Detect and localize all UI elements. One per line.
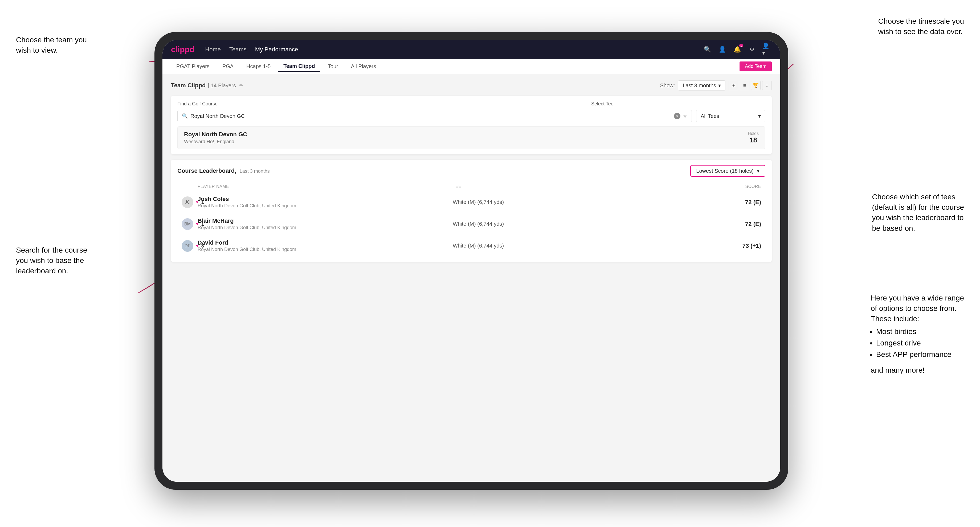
subnav-all-players[interactable]: All Players xyxy=(346,61,381,71)
search-star-icon[interactable]: ★ xyxy=(682,113,687,119)
leaderboard-title: Course Leaderboard, xyxy=(177,167,236,174)
score-cell-2: 72 (E) xyxy=(708,221,761,227)
col-header-rank xyxy=(181,184,197,189)
search-row: 🔍 Royal North Devon GC × ★ All Tees ▾ xyxy=(177,110,765,122)
player-cell-3: David Ford Royal North Devon Golf Club, … xyxy=(197,239,453,252)
player-name-2: Blair McHarg xyxy=(197,217,453,224)
tablet-frame: clippd Home Teams My Performance 🔍 👤 🔔 1… xyxy=(154,32,788,490)
view-icons: ⊞ ≡ 🏆 ↓ xyxy=(729,81,772,90)
subnav-pga[interactable]: PGA xyxy=(217,61,239,71)
course-result: Royal North Devon GC Westward Ho!, Engla… xyxy=(177,126,765,149)
profile-icon-button[interactable]: 👤▾ xyxy=(762,45,772,54)
settings-icon-button[interactable]: ⚙ xyxy=(747,45,757,54)
player-cell-2: Blair McHarg Royal North Devon Golf Club… xyxy=(197,217,453,230)
team-header: Team Clippd | 14 Players ✏ Show: Last 3 … xyxy=(171,80,772,90)
holes-badge: Holes 18 xyxy=(748,131,759,144)
course-location: Westward Ho!, England xyxy=(184,139,247,144)
tee-chevron-icon: ▾ xyxy=(758,113,761,119)
table-row: BM ♥ 1 Blair McHarg Royal North Devon Go… xyxy=(177,213,765,235)
col-header-player: PLAYER NAME xyxy=(197,184,453,189)
subnav-tour[interactable]: Tour xyxy=(323,61,344,71)
show-controls: Show: Last 3 months ▾ ⊞ ≡ 🏆 ↓ xyxy=(660,80,772,90)
tee-cell-1: White (M) (6,744 yds) xyxy=(453,199,708,205)
search-card: Find a Golf Course Select Tee 🔍 Royal No… xyxy=(171,96,772,154)
table-row: JC ♥ 1 Josh Coles Royal North Devon Golf… xyxy=(177,191,765,213)
player-club-1: Royal North Devon Golf Club, United King… xyxy=(197,203,453,209)
search-labels: Find a Golf Course Select Tee xyxy=(177,101,765,107)
top-nav: clippd Home Teams My Performance 🔍 👤 🔔 1… xyxy=(162,40,780,59)
trophy-view-button[interactable]: 🏆 xyxy=(751,81,760,90)
nav-links: Home Teams My Performance xyxy=(205,46,703,53)
subnav-pgat-players[interactable]: PGAT Players xyxy=(171,61,215,71)
rank-cell-2: BM ♥ 1 xyxy=(181,218,197,230)
annotation-timescale: Choose the timescale youwish to see the … xyxy=(878,16,964,37)
leaderboard-header: Course Leaderboard, Last 3 months Lowest… xyxy=(177,165,765,177)
player-name-3: David Ford xyxy=(197,239,453,246)
leaderboard-card: Course Leaderboard, Last 3 months Lowest… xyxy=(171,160,772,262)
notification-badge: 1 xyxy=(739,44,743,48)
list-view-button[interactable]: ≡ xyxy=(740,81,749,90)
table-row: DF ♥ 3 David Ford Royal North Devon Golf… xyxy=(177,235,765,257)
annotation-tees: Choose which set of tees(default is all)… xyxy=(872,192,964,233)
app-logo: clippd xyxy=(171,45,194,54)
sub-nav: PGAT Players PGA Hcaps 1-5 Team Clippd T… xyxy=(162,59,780,74)
avatar-2: BM xyxy=(181,218,193,230)
nav-my-performance[interactable]: My Performance xyxy=(255,46,298,53)
search-icon-button[interactable]: 🔍 xyxy=(703,45,712,54)
content-area: Team Clippd | 14 Players ✏ Show: Last 3 … xyxy=(162,74,780,482)
col-header-tee: TEE xyxy=(453,184,708,189)
holes-label: Holes xyxy=(748,131,759,136)
course-search-input[interactable]: 🔍 Royal North Devon GC × ★ xyxy=(177,110,692,122)
nav-icons: 🔍 👤 🔔 1 ⚙ 👤▾ xyxy=(703,45,772,54)
nav-home[interactable]: Home xyxy=(205,46,221,53)
score-chevron-icon: ▾ xyxy=(757,168,759,174)
download-button[interactable]: ↓ xyxy=(762,81,772,90)
annotation-team-choice: Choose the team you wish to view. xyxy=(16,35,101,56)
annotation-options: Here you have a wide rangeof options to … xyxy=(871,293,964,375)
search-clear-button[interactable]: × xyxy=(674,113,680,119)
grid-view-button[interactable]: ⊞ xyxy=(729,81,738,90)
col-header-score: SCORE xyxy=(708,184,761,189)
subnav-hcaps[interactable]: Hcaps 1-5 xyxy=(241,61,276,71)
avatar-1: JC xyxy=(181,197,193,208)
show-label: Show: xyxy=(660,83,675,89)
player-club-2: Royal North Devon Golf Club, United King… xyxy=(197,225,453,230)
table-header-row: PLAYER NAME TEE SCORE xyxy=(177,182,765,191)
course-name: Royal North Devon GC xyxy=(184,131,247,138)
user-icon-button[interactable]: 👤 xyxy=(718,45,727,54)
leaderboard-subtitle: Last 3 months xyxy=(240,168,270,174)
chevron-down-icon: ▾ xyxy=(718,82,721,89)
rank-cell-1: JC ♥ 1 xyxy=(181,197,197,208)
leaderboard-table: PLAYER NAME TEE SCORE JC ♥ 1 xyxy=(177,182,765,257)
search-icon: 🔍 xyxy=(182,113,188,119)
tee-cell-3: White (M) (6,744 yds) xyxy=(453,243,708,249)
player-cell-1: Josh Coles Royal North Devon Golf Club, … xyxy=(197,195,453,209)
notification-icon-button[interactable]: 🔔 1 xyxy=(732,45,742,54)
tablet-screen: clippd Home Teams My Performance 🔍 👤 🔔 1… xyxy=(162,40,780,482)
add-team-button[interactable]: Add Team xyxy=(740,62,772,71)
rank-cell-3: DF ♥ 3 xyxy=(181,240,197,252)
options-list: Most birdies Longest drive Best APP perf… xyxy=(871,326,964,360)
annotation-course-search: Search for the courseyou wish to base th… xyxy=(16,245,88,276)
score-type-dropdown[interactable]: Lowest Score (18 holes) ▾ xyxy=(690,165,765,177)
search-input-text: Royal North Devon GC xyxy=(190,113,674,119)
team-count: | 14 Players xyxy=(208,83,236,89)
team-title: Team Clippd xyxy=(171,82,205,89)
score-cell-3: 73 (+1) xyxy=(708,243,761,249)
avatar-3: DF xyxy=(181,240,193,252)
holes-number: 18 xyxy=(748,136,759,144)
subnav-team-clippd[interactable]: Team Clippd xyxy=(278,61,320,72)
show-period-dropdown[interactable]: Last 3 months ▾ xyxy=(678,80,725,90)
select-tee-label: Select Tee xyxy=(591,101,765,107)
player-name-1: Josh Coles xyxy=(197,195,453,203)
course-info: Royal North Devon GC Westward Ho!, Engla… xyxy=(184,131,247,144)
score-cell-1: 72 (E) xyxy=(708,199,761,206)
nav-teams[interactable]: Teams xyxy=(229,46,247,53)
player-club-3: Royal North Devon Golf Club, United King… xyxy=(197,247,453,252)
tee-cell-2: White (M) (6,744 yds) xyxy=(453,221,708,227)
leaderboard-title-group: Course Leaderboard, Last 3 months xyxy=(177,167,270,174)
tee-select-dropdown[interactable]: All Tees ▾ xyxy=(696,110,765,122)
find-course-label: Find a Golf Course xyxy=(177,101,352,107)
app-container: clippd Home Teams My Performance 🔍 👤 🔔 1… xyxy=(162,40,780,482)
edit-team-icon[interactable]: ✏ xyxy=(239,83,243,88)
